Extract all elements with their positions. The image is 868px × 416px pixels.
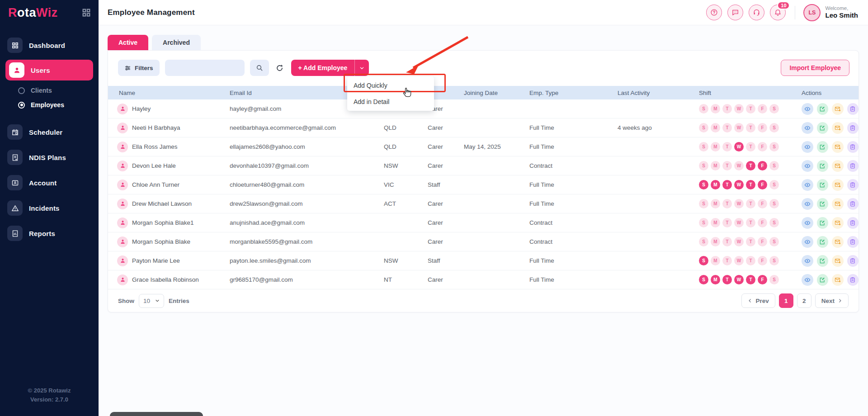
table-row[interactable]: Hayley hayley@gmail.com Carer SMTWTFS: [108, 99, 859, 118]
view-eye-icon[interactable]: [802, 274, 813, 286]
employee-name: Morgan Sophia Blake1: [132, 219, 194, 226]
chat-button[interactable]: [727, 5, 743, 20]
next-page-button[interactable]: Next: [815, 293, 849, 308]
view-eye-icon[interactable]: [802, 103, 813, 115]
view-eye-icon[interactable]: [802, 236, 813, 248]
sidebar-item-clients[interactable]: Clients: [0, 83, 99, 98]
edit-icon[interactable]: [817, 122, 829, 134]
shift-day-badge: T: [722, 199, 732, 208]
resend-mail-icon[interactable]: [832, 122, 844, 134]
page-button-1[interactable]: 1: [779, 293, 793, 308]
sidebar-collapse-grid-icon[interactable]: [81, 8, 91, 18]
actions-cell: [797, 217, 859, 229]
edit-icon[interactable]: [817, 198, 829, 210]
table-row[interactable]: Neeti H Barbhaya neetibarbhaya.ecommerce…: [108, 118, 859, 137]
edit-icon[interactable]: [817, 179, 829, 191]
resend-mail-icon[interactable]: [832, 255, 844, 267]
role-cell: Carer: [423, 276, 459, 283]
table-row[interactable]: Drew Michael Lawson drew25lawson@gmail.c…: [108, 194, 859, 213]
edit-icon[interactable]: [817, 103, 829, 115]
sidebar-item-ndis-plans[interactable]: NDIS Plans: [0, 146, 99, 169]
edit-icon[interactable]: [817, 236, 829, 248]
edit-icon[interactable]: [817, 160, 829, 172]
resend-mail-icon[interactable]: [832, 103, 844, 115]
person-avatar-icon: [117, 236, 128, 247]
resend-mail-icon[interactable]: [832, 236, 844, 248]
edit-icon[interactable]: [817, 217, 829, 229]
emp-type-cell: Contract: [525, 162, 613, 169]
sidebar-item-employees[interactable]: Employees: [0, 98, 99, 112]
schedule-icon[interactable]: [847, 103, 859, 115]
schedule-icon[interactable]: [847, 217, 859, 229]
edit-icon[interactable]: [817, 255, 829, 267]
warning-triangle-icon: [7, 200, 23, 216]
schedule-icon[interactable]: [847, 198, 859, 210]
edit-icon[interactable]: [817, 141, 829, 153]
table-row[interactable]: Morgan Sophia Blake1 anujnishad.ace@gmai…: [108, 213, 859, 232]
search-input[interactable]: [165, 60, 245, 76]
schedule-icon[interactable]: [847, 141, 859, 153]
chat-icon: [731, 9, 739, 16]
name-cell: Neeti H Barbhaya: [108, 123, 225, 133]
shift-day-badge: S: [699, 218, 708, 227]
view-eye-icon[interactable]: [802, 198, 813, 210]
actions-cell: [797, 274, 859, 286]
sidebar-item-scheduler[interactable]: Scheduler: [0, 120, 99, 144]
view-eye-icon[interactable]: [802, 160, 813, 172]
table-row[interactable]: Payton Marie Lee payton.lee.smiles@gmail…: [108, 251, 859, 270]
menu-item-add-in-detail[interactable]: Add in Detail: [347, 94, 434, 110]
role-cell: Carer: [423, 143, 459, 150]
import-employee-button[interactable]: Import Employee: [781, 60, 849, 76]
schedule-icon[interactable]: [847, 160, 859, 172]
support-button[interactable]: [749, 5, 764, 20]
notifications-button[interactable]: 10: [770, 5, 786, 20]
sidebar-item-dashboard[interactable]: Dashboard: [0, 33, 99, 57]
sidebar-item-users[interactable]: Users: [5, 60, 93, 80]
page-button-2[interactable]: 2: [797, 293, 811, 308]
tab-archived[interactable]: Archived: [152, 35, 201, 50]
table-row[interactable]: Morgan Sophia Blake morganblake5595@gmai…: [108, 232, 859, 251]
schedule-icon[interactable]: [847, 236, 859, 248]
table-row[interactable]: Ella Ross James ellajames2608@yahoo.com …: [108, 137, 859, 156]
schedule-icon[interactable]: [847, 255, 859, 267]
sidebar-item-reports[interactable]: Reports: [0, 222, 99, 245]
state-cell: NSW: [379, 257, 423, 264]
tab-active[interactable]: Active: [108, 35, 148, 50]
search-button[interactable]: [250, 60, 269, 76]
shift-day-badge: M: [711, 104, 720, 113]
add-employee-button[interactable]: + Add Employee: [291, 60, 355, 76]
edit-icon[interactable]: [817, 274, 829, 286]
schedule-icon[interactable]: [847, 274, 859, 286]
shift-day-badge: W: [734, 161, 744, 170]
resend-mail-icon[interactable]: [832, 274, 844, 286]
view-eye-icon[interactable]: [802, 122, 813, 134]
refresh-button[interactable]: [275, 64, 284, 72]
view-eye-icon[interactable]: [802, 179, 813, 191]
schedule-icon[interactable]: [847, 122, 859, 134]
schedule-icon[interactable]: [847, 179, 859, 191]
resend-mail-icon[interactable]: [832, 198, 844, 210]
table-row[interactable]: Chloe Ann Turner chloeturner480@gmail.co…: [108, 175, 859, 194]
table-row[interactable]: Grace Isabella Robinson gr9685170@gmail.…: [108, 270, 859, 289]
shift-day-badge: F: [758, 199, 767, 208]
shift-day-badge: M: [711, 142, 720, 151]
user-avatar[interactable]: LS: [803, 4, 821, 21]
view-eye-icon[interactable]: [802, 255, 813, 267]
prev-page-button[interactable]: Prev: [741, 293, 775, 308]
resend-mail-icon[interactable]: [832, 179, 844, 191]
page-size-select[interactable]: 10: [139, 294, 164, 308]
resend-mail-icon[interactable]: [832, 217, 844, 229]
sidebar-item-account[interactable]: Account: [0, 171, 99, 194]
resend-mail-icon[interactable]: [832, 141, 844, 153]
shift-day-badge: F: [758, 218, 767, 227]
state-cell: ACT: [379, 200, 423, 207]
sidebar-item-incidents[interactable]: Incidents: [0, 196, 99, 220]
view-eye-icon[interactable]: [802, 217, 813, 229]
help-button[interactable]: [706, 5, 722, 20]
resend-mail-icon[interactable]: [832, 160, 844, 172]
menu-item-add-quickly[interactable]: Add Quickly: [347, 77, 434, 94]
add-employee-dropdown-toggle[interactable]: [355, 60, 369, 76]
filters-button[interactable]: Filters: [118, 60, 160, 76]
view-eye-icon[interactable]: [802, 141, 813, 153]
table-row[interactable]: Devon Lee Hale devonhale10397@gmail.com …: [108, 156, 859, 175]
